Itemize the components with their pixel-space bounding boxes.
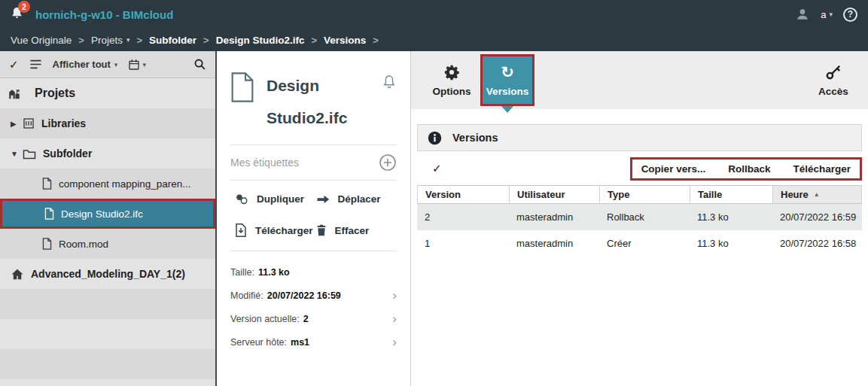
table-row[interactable]: 1 masteradmin Créer 11.3 ko 20/07/2022 1… (417, 230, 862, 257)
cell-user: masteradmin (509, 211, 599, 223)
versions-toolbar: ✓ Copier vers... Rollback Télécharger (417, 153, 862, 184)
list-view-icon[interactable] (29, 59, 42, 70)
caret-down-icon: ▾ (114, 61, 118, 68)
versions-refresh-icon: ↻ (501, 63, 514, 81)
empty-row (0, 319, 215, 349)
tree-item-advanced-modeling[interactable]: Advanced_Modeling_DAY_1(2) (0, 259, 215, 289)
key-icon (825, 63, 842, 81)
empty-row (0, 349, 215, 379)
table-row[interactable]: 2 masteradmin Rollback 11.3 ko 20/07/202… (417, 204, 862, 230)
breadcrumb-separator-icon: > (203, 35, 209, 46)
copy-to-button[interactable]: Copier vers... (641, 163, 706, 175)
column-header-utilisateur[interactable]: Utilisateur (510, 186, 600, 203)
add-tag-button[interactable] (379, 153, 397, 172)
duplicate-button[interactable]: Dupliquer (235, 193, 316, 205)
tree-item-label: Subfolder (43, 147, 92, 160)
breadcrumb-separator-icon: > (136, 35, 142, 46)
tab-versions[interactable]: ↻ Versions (480, 54, 535, 106)
select-all-check-icon[interactable]: ✓ (432, 162, 442, 175)
expander-collapsed-icon[interactable]: ▶ (11, 120, 23, 128)
versions-content: Versions ✓ Copier vers... Rollback Téléc… (411, 109, 868, 257)
gear-icon (443, 63, 460, 81)
download-icon (235, 223, 247, 237)
column-header-type[interactable]: Type (600, 186, 690, 203)
file-title-line1: Design (266, 69, 347, 102)
calendar-filter[interactable]: ▾ (128, 59, 146, 71)
breadcrumb-item-vue-originale[interactable]: Vue Originale (11, 35, 72, 46)
file-title-line2: Studio2.ifc (266, 102, 347, 134)
tree-item-label: Libraries (41, 117, 86, 129)
property-value: 11.3 ko (258, 267, 290, 278)
versions-table: Version Utilisateur Type Taille Heure ▲ … (417, 185, 862, 257)
user-icon[interactable] (795, 7, 810, 22)
projects-icon (8, 87, 21, 100)
delete-button[interactable]: Effacer (316, 223, 397, 237)
caret-down-icon: ▾ (126, 36, 130, 44)
tab-bar: Options ↻ Versions Accès (411, 51, 868, 109)
notifications-bell-icon[interactable]: 2 (11, 6, 23, 23)
property-label: Modifié: (230, 290, 263, 301)
breadcrumb-item-projets[interactable]: Projets ▾ (91, 35, 130, 46)
breadcrumb-item-design-studio2[interactable]: Design Studio2.ifc (216, 35, 305, 46)
tab-acces[interactable]: Accès (806, 54, 860, 106)
column-header-label: Heure (781, 189, 809, 200)
user-menu[interactable]: a ▾ (821, 9, 833, 20)
tree-item-room-mod[interactable]: Room.mod (0, 229, 215, 259)
trash-icon (316, 224, 327, 236)
notification-badge: 2 (18, 1, 30, 13)
user-menu-label: a (821, 9, 826, 20)
tree-item-component-mapping[interactable]: component mapping_paren... (0, 169, 215, 199)
section-title: Projets (35, 87, 75, 100)
sidebar-section-projets: Projets (0, 78, 215, 108)
calendar-icon (128, 59, 140, 71)
property-label: Version actuelle: (230, 314, 300, 324)
caret-down-icon: ▾ (142, 61, 146, 68)
breadcrumb-item-versions[interactable]: Versions (324, 35, 366, 46)
cell-type: Rollback (599, 211, 690, 223)
select-check-icon[interactable]: ✓ (9, 58, 19, 71)
main-panel: Options ↻ Versions Accès (411, 51, 868, 386)
empty-row (0, 289, 215, 319)
help-button[interactable]: ? (843, 8, 857, 22)
tree-item-libraries[interactable]: ▶ Libraries (0, 108, 215, 138)
file-properties: Taille: 11.3 ko Modifié: 20/07/2022 16:5… (230, 251, 397, 354)
subscribe-bell-icon[interactable] (382, 74, 397, 93)
file-icon (44, 208, 54, 220)
move-button[interactable]: Déplacer (316, 193, 397, 205)
top-header: 2 hornich-g-w10 - BIMcloud a ▾ ? Vue Ori… (0, 0, 868, 51)
tree-item-label: component mapping_paren... (59, 178, 191, 190)
file-title: Design Studio2.ifc (266, 69, 347, 134)
column-header-taille[interactable]: Taille (690, 186, 773, 203)
breadcrumb-projets-label: Projets (91, 35, 123, 46)
cell-time: 20/07/2022 16:58 (772, 238, 862, 249)
filter-dropdown[interactable]: Afficher tout ▾ (53, 59, 118, 70)
property-host-server[interactable]: Serveur hôte: ms1 › (230, 330, 397, 354)
property-value: 20/07/2022 16:59 (267, 290, 341, 301)
tab-options[interactable]: Options (425, 54, 479, 106)
info-icon (428, 131, 442, 145)
expander-expanded-icon[interactable]: ▼ (11, 150, 23, 158)
move-arrow-icon (316, 194, 330, 205)
breadcrumb-item-subfolder[interactable]: Subfolder (149, 35, 196, 46)
tab-label: Accès (818, 86, 848, 97)
download-button[interactable]: Télécharger (235, 223, 316, 237)
column-header-heure[interactable]: Heure ▲ (773, 186, 862, 203)
tags-placeholder: Mes étiquettes (230, 157, 299, 169)
download-version-button[interactable]: Télécharger (793, 163, 851, 175)
column-header-version[interactable]: Version (418, 186, 510, 203)
action-label: Télécharger (255, 225, 313, 236)
file-detail-panel: Design Studio2.ifc Mes étiquettes (217, 51, 411, 386)
breadcrumb: Vue Originale > Projets ▾ > Subfolder > … (0, 29, 868, 51)
tree-item-subfolder[interactable]: ▼ Subfolder (0, 138, 215, 169)
tree-item-label: Room.mod (59, 239, 108, 250)
document-icon (230, 72, 254, 134)
tags-field[interactable]: Mes étiquettes (230, 145, 397, 180)
property-modified[interactable]: Modifié: 20/07/2022 16:59 › (230, 284, 397, 307)
cell-user: masteradmin (509, 238, 599, 249)
tree-item-design-studio2[interactable]: Design Studio2.ifc (0, 199, 215, 229)
cell-version: 1 (417, 238, 509, 249)
property-current-version[interactable]: Version actuelle: 2 › (230, 307, 397, 330)
rollback-button[interactable]: Rollback (728, 163, 770, 175)
search-icon[interactable] (193, 58, 206, 71)
app-title: hornich-g-w10 - BIMcloud (35, 8, 173, 21)
